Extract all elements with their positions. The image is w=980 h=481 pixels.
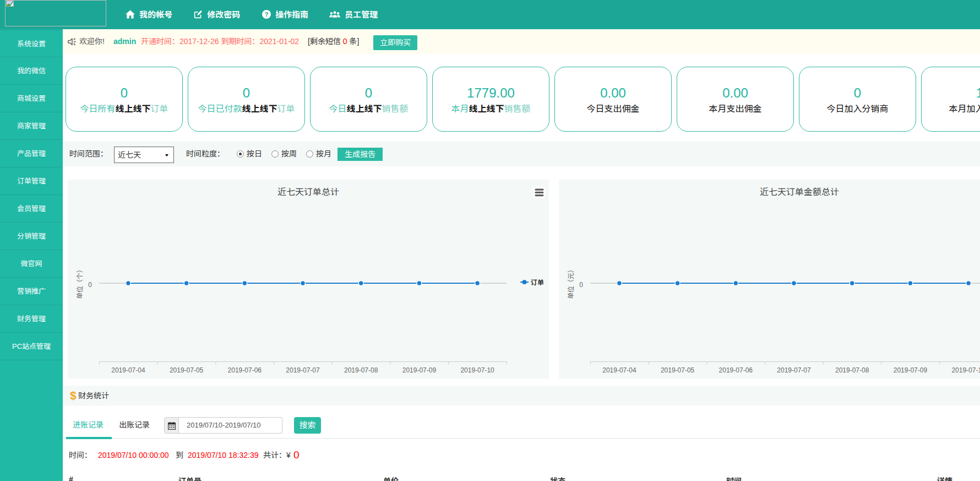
svg-text:订单: 订单 [531, 279, 544, 287]
svg-text:2019-07-06: 2019-07-06 [719, 366, 753, 374]
svg-text:2019-07-06: 2019-07-06 [228, 366, 262, 374]
svg-text:0: 0 [88, 281, 92, 289]
svg-text:2019-07-09: 2019-07-09 [894, 366, 928, 374]
svg-text:单位（个）: 单位（个） [76, 266, 84, 299]
svg-text:2019-07-08: 2019-07-08 [344, 366, 378, 374]
svg-text:2019-07-07: 2019-07-07 [286, 366, 320, 374]
svg-text:单位（元）: 单位（元） [567, 266, 575, 299]
svg-text:2019-07-10: 2019-07-10 [460, 366, 494, 374]
svg-text:2019-07-08: 2019-07-08 [835, 366, 869, 374]
svg-text:0: 0 [579, 281, 583, 289]
svg-text:2019-07-05: 2019-07-05 [170, 366, 204, 374]
svg-text:2019-07-04: 2019-07-04 [111, 366, 145, 374]
svg-text:2019-07-07: 2019-07-07 [777, 366, 811, 374]
svg-text:2019-07-04: 2019-07-04 [602, 366, 636, 374]
svg-text:2019-07-10: 2019-07-10 [951, 366, 980, 374]
svg-text:近七天订单总计: 近七天订单总计 [277, 187, 339, 197]
svg-text:2019-07-05: 2019-07-05 [661, 366, 695, 374]
svg-text:?: ? [264, 11, 268, 18]
svg-text:2019-07-09: 2019-07-09 [402, 366, 437, 374]
svg-text:近七天订单金额总计: 近七天订单金额总计 [760, 187, 839, 197]
